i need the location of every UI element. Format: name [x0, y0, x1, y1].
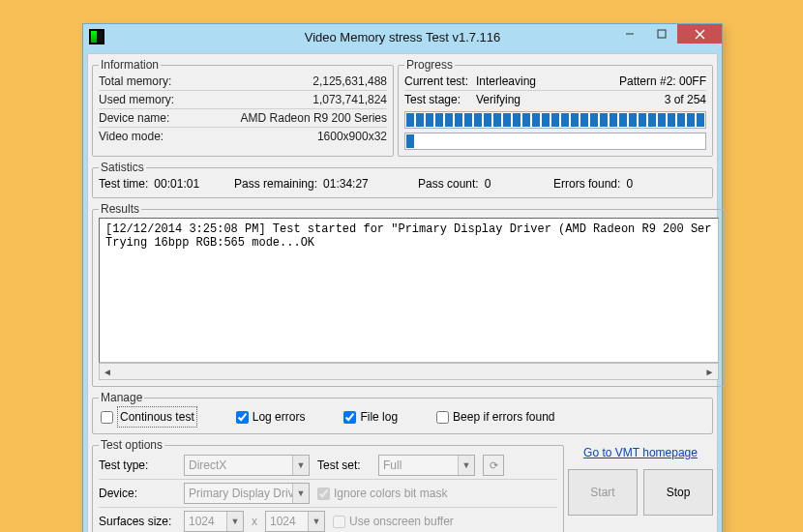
test-stage-value: Verifying: [476, 92, 520, 107]
manage-group: Manage Continous test Log errors File lo…: [92, 391, 713, 434]
chevron-down-icon: ▼: [292, 484, 309, 503]
client-area: Information Total memory:2,125,631,488 U…: [87, 53, 718, 532]
start-button[interactable]: Start: [568, 469, 638, 516]
device-combo[interactable]: Primary Display Drive▼: [184, 483, 310, 504]
minimize-button[interactable]: [613, 24, 645, 44]
test-options-group: Test options Test type: DirectX▼ Test se…: [92, 438, 564, 532]
progress-bar-secondary: [404, 133, 706, 150]
ignore-colors-checkbox[interactable]: Ignore colors bit mask: [317, 482, 447, 505]
chevron-down-icon: ▼: [292, 456, 309, 475]
results-hscrollbar[interactable]: ◄ ►: [99, 363, 719, 380]
log-errors-checkbox[interactable]: Log errors: [236, 407, 306, 427]
test-type-combo[interactable]: DirectX▼: [184, 455, 310, 476]
chevron-down-icon: ▼: [458, 456, 474, 475]
stop-button[interactable]: Stop: [643, 469, 713, 516]
results-log[interactable]: [12/12/2014 3:25:08 PM] Test started for…: [99, 218, 719, 363]
refresh-icon: ⟳: [490, 454, 498, 477]
surface-mul-label: x: [252, 510, 257, 532]
progress-group: Progress Current test:Interleaving Patte…: [398, 58, 713, 157]
test-type-label: Test type:: [99, 454, 176, 477]
continuous-test-label: Continous test: [117, 406, 197, 428]
current-test-label: Current test:: [404, 74, 470, 89]
progress-legend: Progress: [404, 58, 455, 72]
titlebar[interactable]: Video Memory stress Test v1.7.116: [83, 24, 722, 49]
test-stage-label: Test stage:: [404, 92, 470, 107]
test-options-legend: Test options: [99, 438, 164, 452]
pass-remaining-value: 01:34:27: [323, 176, 369, 192]
app-window: Video Memory stress Test v1.7.116 Inform…: [82, 23, 723, 532]
beep-checkbox[interactable]: Beep if errors found: [436, 407, 554, 427]
video-mode-value: 1600x900x32: [317, 129, 387, 144]
stage-count: 3 of 254: [665, 92, 706, 107]
video-mode-label: Video mode:: [99, 129, 164, 144]
continuous-test-checkbox[interactable]: Continous test: [101, 406, 197, 428]
total-memory-label: Total memory:: [99, 74, 171, 89]
test-set-combo[interactable]: Full▼: [378, 455, 475, 476]
close-button[interactable]: [677, 24, 722, 44]
pass-remaining-label: Pass remaining:: [234, 176, 317, 192]
device-label: Device:: [99, 482, 176, 505]
scroll-right-icon[interactable]: ►: [702, 365, 718, 378]
results-legend: Results: [99, 202, 141, 216]
test-time-value: 00:01:01: [154, 176, 199, 192]
surface-height-combo[interactable]: 1024▼: [265, 511, 325, 532]
device-name-label: Device name:: [99, 110, 169, 126]
pattern-label: Pattern #2: 00FF: [619, 74, 706, 89]
pass-count-value: 0: [485, 176, 491, 192]
statistics-legend: Satistics: [99, 161, 146, 174]
used-memory-label: Used memory:: [99, 92, 174, 107]
window-title: Video Memory stress Test v1.7.116: [305, 30, 501, 44]
statistics-group: Satistics Test time:00:01:01 Pass remain…: [92, 161, 713, 198]
surface-width-combo[interactable]: 1024▼: [184, 511, 244, 532]
manage-legend: Manage: [99, 391, 144, 404]
current-test-value: Interleaving: [476, 74, 536, 89]
log-errors-label: Log errors: [253, 407, 306, 427]
chevron-down-icon: ▼: [308, 512, 324, 531]
device-name-value: AMD Radeon R9 200 Series: [241, 110, 387, 126]
total-memory-value: 2,125,631,488: [312, 74, 387, 89]
test-time-label: Test time:: [99, 176, 148, 192]
scroll-left-icon[interactable]: ◄: [100, 365, 115, 378]
onscreen-buffer-label: Use onscreen buffer: [349, 510, 454, 532]
beep-label: Beep if errors found: [453, 407, 554, 427]
chevron-down-icon: ▼: [226, 512, 243, 531]
surfaces-size-label: Surfaces size:: [99, 510, 176, 532]
information-group: Information Total memory:2,125,631,488 U…: [92, 58, 394, 157]
onscreen-buffer-checkbox[interactable]: Use onscreen buffer: [333, 510, 454, 532]
used-memory-value: 1,073,741,824: [312, 92, 387, 107]
information-legend: Information: [99, 58, 161, 72]
test-set-refresh-button[interactable]: ⟳: [483, 455, 504, 476]
file-log-checkbox[interactable]: File log: [343, 407, 398, 427]
progress-bar-primary: [404, 111, 706, 129]
file-log-label: File log: [360, 407, 398, 427]
homepage-link[interactable]: Go to VMT homepage: [568, 444, 713, 465]
errors-found-value: 0: [626, 176, 633, 192]
test-set-label: Test set:: [317, 454, 371, 477]
pass-count-label: Pass count:: [418, 176, 479, 192]
maximize-button[interactable]: [645, 24, 677, 44]
errors-found-label: Errors found:: [553, 176, 620, 192]
ignore-colors-label: Ignore colors bit mask: [334, 482, 447, 505]
results-group: Results [12/12/2014 3:25:08 PM] Test sta…: [92, 202, 726, 387]
svg-rect-1: [658, 30, 666, 38]
app-icon: [89, 29, 104, 44]
